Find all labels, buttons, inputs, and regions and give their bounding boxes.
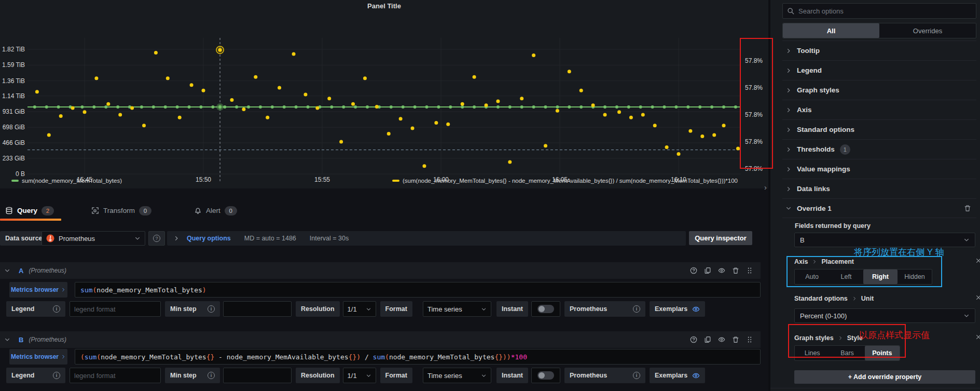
legend-item[interactable]: (sum(node_memory_MemTotal_bytes{} - node…: [392, 178, 738, 184]
transform-icon: [91, 207, 99, 214]
sidebar-section-data-links[interactable]: Data links: [782, 179, 976, 198]
metrics-browser-button[interactable]: Metrics browser: [9, 349, 67, 365]
expr-token: node_memory_MemAvailable_bytes: [227, 353, 349, 361]
eye-icon[interactable]: [718, 336, 725, 343]
rule-button-group: AutoLeftRightHidden: [794, 269, 932, 285]
override-fields-label: Fields returned by query: [795, 222, 976, 230]
datasource-help-button[interactable]: ?: [148, 231, 165, 246]
min-step-input[interactable]: [223, 301, 292, 317]
query-row-header-b[interactable]: B(Prometheus): [0, 331, 761, 348]
drag-handle-icon[interactable]: [746, 267, 753, 274]
format-select[interactable]: Time series: [423, 301, 491, 317]
options-filter-tabs: AllOverrides: [782, 23, 976, 38]
option-button-bars[interactable]: Bars: [830, 346, 864, 360]
legend-format-input[interactable]: legend format: [70, 301, 161, 317]
close-icon[interactable]: [975, 334, 980, 340]
label-text: Min step: [170, 305, 197, 313]
pane-collapse-chevron-icon[interactable]: ›: [764, 183, 767, 192]
chevron-down-icon: [366, 306, 371, 312]
sidebar-section-legend[interactable]: Legend: [782, 60, 976, 80]
left-axis-tick: 931 GiB: [3, 108, 25, 115]
field-value: 1/1: [348, 372, 362, 380]
section-label: Tooltip: [797, 47, 820, 55]
tab-transform[interactable]: Transform0: [86, 203, 159, 219]
options-tab-overrides[interactable]: Overrides: [879, 23, 976, 38]
expr-token: sum: [85, 353, 96, 361]
option-button-left[interactable]: Left: [829, 269, 863, 284]
chevron-right-icon: [61, 354, 66, 359]
resolution-select[interactable]: 1/1: [343, 368, 376, 383]
option-button-lines[interactable]: Lines: [795, 346, 830, 360]
search-input[interactable]: [798, 7, 972, 15]
min-step-input[interactable]: [223, 368, 292, 383]
format-select[interactable]: Time series: [423, 368, 491, 383]
close-icon[interactable]: [975, 294, 980, 301]
help-circle-icon[interactable]: [690, 267, 697, 274]
unit-select[interactable]: Percent (0-100): [794, 308, 975, 323]
trash-icon[interactable]: [732, 336, 739, 343]
query-row-header-a[interactable]: A(Prometheus): [0, 262, 761, 279]
add-override-property-button[interactable]: + Add override property: [794, 370, 975, 384]
chevron-right-icon: [852, 296, 857, 301]
help-circle-icon[interactable]: [690, 336, 697, 343]
tab-query[interactable]: Query2: [0, 203, 61, 219]
info-circle-icon: i: [53, 305, 60, 313]
label-text: Prometheus: [570, 305, 607, 313]
query-options-label: Query options: [187, 235, 231, 242]
options-tab-all[interactable]: All: [783, 23, 879, 38]
chevron-down-icon: [785, 205, 792, 211]
option-button-points[interactable]: Points: [865, 346, 900, 360]
datasource-select[interactable]: Prometheus: [42, 231, 145, 246]
option-button-right[interactable]: Right: [863, 269, 898, 284]
legend-format-input[interactable]: legend format: [70, 368, 161, 383]
tab-alert[interactable]: Alert0: [189, 203, 244, 219]
sidebar-section-tooltip[interactable]: Tooltip: [782, 41, 976, 60]
query-options-bar[interactable]: Query options MD = auto = 1486 Interval …: [167, 231, 686, 246]
expr-token: {}: [206, 353, 215, 361]
database-icon: [5, 207, 13, 214]
expr-token: (: [80, 353, 85, 361]
override-field-select[interactable]: B: [794, 233, 975, 247]
sidebar-section-axis[interactable]: Axis: [782, 100, 976, 119]
instant-toggle[interactable]: [531, 301, 560, 317]
copy-icon[interactable]: [704, 267, 711, 274]
query-ref: B: [19, 336, 23, 344]
tab-label: Alert: [206, 207, 220, 214]
chevron-right-icon: [785, 146, 792, 153]
sidebar-section-graph-styles[interactable]: Graph styles: [782, 80, 976, 100]
copy-icon[interactable]: [704, 336, 711, 343]
rule-property: Style: [847, 334, 863, 342]
query-expression-input[interactable]: (sum(node_memory_MemTotal_bytes{} - node…: [75, 349, 761, 365]
pane-splitter[interactable]: [768, 0, 770, 391]
sidebar-section-thresholds[interactable]: Thresholds1: [782, 139, 976, 159]
toggle-pill: [537, 305, 554, 313]
info-circle-icon: i: [633, 305, 640, 313]
override-rule-unit: Standard optionsUnitPercent (0-100): [794, 294, 979, 323]
legend-item[interactable]: sum(node_memory_MemTotal_bytes): [11, 178, 122, 184]
resolution-select[interactable]: 1/1: [343, 301, 376, 317]
query-expression-input[interactable]: sum(node_memory_MemTotal_bytes): [75, 282, 761, 298]
eye-icon[interactable]: [718, 267, 725, 274]
instant-toggle[interactable]: [531, 368, 560, 383]
metrics-browser-button[interactable]: Metrics browser: [9, 282, 67, 298]
option-button-hidden[interactable]: Hidden: [898, 269, 932, 284]
query-inspector-button[interactable]: Query inspector: [689, 231, 752, 245]
option-label: Prometheusi: [564, 301, 645, 317]
sidebar-section-standard-options[interactable]: Standard options: [782, 119, 976, 139]
trash-icon[interactable]: [732, 267, 739, 274]
chart[interactable]: 1.82 TiB1.59 TiB1.36 TiB1.14 TiB931 GiB6…: [0, 10, 768, 184]
left-axis-tick: 1.82 TiB: [2, 46, 25, 53]
override-title: Override 1: [797, 205, 832, 212]
section-label: Thresholds: [797, 145, 835, 153]
close-icon[interactable]: [975, 258, 980, 264]
sidebar-section-override-1[interactable]: Override 1: [782, 198, 976, 218]
left-axis-tick: 1.59 TiB: [2, 61, 25, 69]
sidebar-section-value-mappings[interactable]: Value mappings: [782, 159, 976, 179]
tab-label: Transform: [103, 207, 135, 214]
trash-icon[interactable]: [964, 205, 971, 212]
metrics-browser-label: Metrics browser: [11, 353, 59, 360]
section-label: Standard options: [797, 126, 854, 133]
drag-handle-icon[interactable]: [746, 336, 753, 343]
option-button-auto[interactable]: Auto: [795, 269, 829, 284]
options-search[interactable]: [782, 3, 976, 19]
